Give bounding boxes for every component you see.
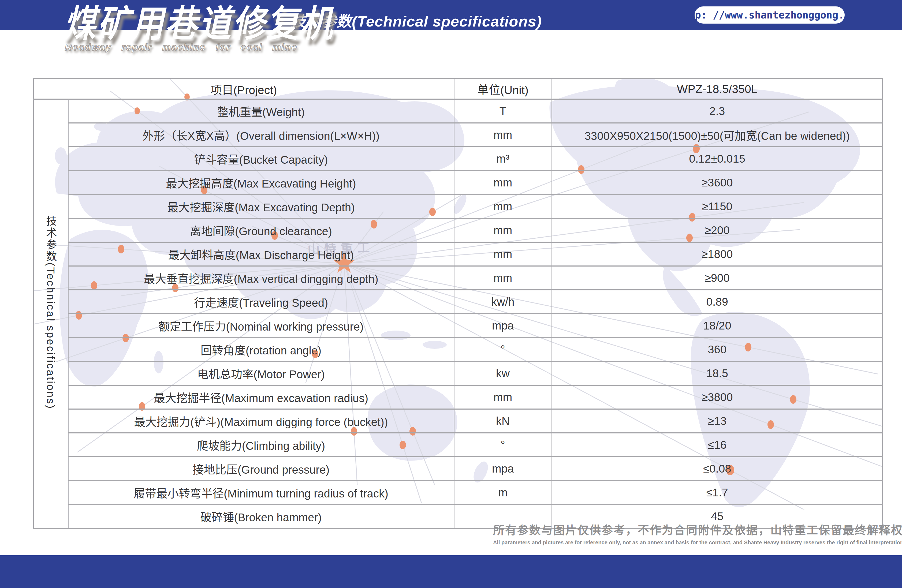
- spec-unit: kN: [454, 409, 552, 433]
- table-row: 最大垂直挖掘深度(Max vertical dingging depth) mm…: [33, 266, 883, 290]
- spec-value: 360: [552, 338, 883, 361]
- spec-item: 最大挖掘高度(Max Excavating Height): [68, 170, 454, 194]
- spec-value: ≥1800: [552, 242, 883, 266]
- table-row: 铲斗容量(Bucket Capacity) m³ 0.12±0.015: [33, 147, 883, 170]
- spec-unit: kw: [454, 361, 552, 385]
- spec-item: 回转角度(rotation angle): [68, 338, 454, 361]
- spec-item: 履带最小转弯半径(Minimum turning radius of track…: [68, 480, 454, 504]
- col-header-project: 项目(Project): [33, 79, 454, 99]
- spec-unit: mm: [454, 218, 552, 242]
- spec-value: ≥3800: [552, 385, 883, 409]
- spec-unit: mpa: [454, 314, 552, 338]
- spec-value: ≥3600: [552, 170, 883, 194]
- spec-item: 外形（长X宽X高）(Overall dimension(L×W×H)): [68, 123, 454, 147]
- spec-value: 18/20: [552, 314, 883, 338]
- spec-value: 0.12±0.015: [552, 147, 883, 170]
- spec-value: ≥900: [552, 266, 883, 290]
- spec-item: 接地比压(Ground pressure): [68, 457, 454, 480]
- spec-item: 行走速度(Traveling Speed): [68, 290, 454, 314]
- spec-unit: mm: [454, 170, 552, 194]
- spec-unit: m: [454, 480, 552, 504]
- spec-value: ≥200: [552, 218, 883, 242]
- spec-value: 0.89: [552, 290, 883, 314]
- side-header-cell: 技术参数(Technical specifications): [33, 99, 68, 528]
- disclaimer-english: All parameters and pictures are for refe…: [493, 540, 860, 546]
- spec-value: ≥1150: [552, 194, 883, 218]
- spec-item: 最大卸料高度(Max Discharge Height): [68, 242, 454, 266]
- spec-unit: °: [454, 433, 552, 457]
- spec-unit: °: [454, 338, 552, 361]
- table-row: 履带最小转弯半径(Minimum turning radius of track…: [33, 480, 883, 504]
- table-row: 最大卸料高度(Max Discharge Height) mm ≥1800: [33, 242, 883, 266]
- spec-unit: mm: [454, 194, 552, 218]
- spec-value: ≤0.08: [552, 457, 883, 480]
- table-row: 最大挖掘深度(Max Excavating Depth) mm ≥1150: [33, 194, 883, 218]
- website-url-text: Http: //www.shantezhonggong.com: [677, 9, 862, 21]
- table-row: 爬坡能力(Climbing ability) ° ≤16: [33, 433, 883, 457]
- spec-item: 整机重量(Weight): [68, 99, 454, 123]
- table-row: 最大挖掘半径(Maximum excavation radius) mm ≥38…: [33, 385, 883, 409]
- spec-unit: mm: [454, 266, 552, 290]
- spec-item: 爬坡能力(Climbing ability): [68, 433, 454, 457]
- table-row: 额定工作压力(Nominal working pressure) mpa 18/…: [33, 314, 883, 338]
- disclaimer-chinese: 所有参数与图片仅供参考，不作为合同附件及依据，山特重工保留最终解释权。: [493, 521, 860, 537]
- spec-value: ≤1.7: [552, 480, 883, 504]
- spec-unit: mpa: [454, 457, 552, 480]
- brand-logo-title: 煤矿用巷道修复机: [64, 5, 334, 42]
- spec-item: 电机总功率(Motor Power): [68, 361, 454, 385]
- spec-value: 3300X950X2150(1500)±50(可加宽(Can be widene…: [552, 123, 883, 147]
- table-row: 技术参数(Technical specifications) 整机重量(Weig…: [33, 99, 883, 123]
- brand-logo: 煤矿用巷道修复机 Roadway repair machine for coal…: [64, 5, 334, 53]
- spec-item: 铲斗容量(Bucket Capacity): [68, 147, 454, 170]
- spec-item: 最大挖掘半径(Maximum excavation radius): [68, 385, 454, 409]
- spec-unit: kw/h: [454, 290, 552, 314]
- col-header-unit: 单位(Unit): [454, 79, 552, 99]
- website-link[interactable]: Http: //www.shantezhonggong.com: [695, 6, 845, 23]
- bottom-band: [0, 555, 902, 588]
- table-row: 接地比压(Ground pressure) mpa ≤0.08: [33, 457, 883, 480]
- spec-table: 项目(Project) 单位(Unit) WPZ-18.5/350L 技术参数(…: [33, 78, 883, 529]
- spec-value: ≤16: [552, 433, 883, 457]
- table-row: 最大挖掘高度(Max Excavating Height) mm ≥3600: [33, 170, 883, 194]
- table-row: 电机总功率(Motor Power) kw 18.5: [33, 361, 883, 385]
- table-header-row: 项目(Project) 单位(Unit) WPZ-18.5/350L: [33, 79, 883, 99]
- spec-item: 最大挖掘深度(Max Excavating Depth): [68, 194, 454, 218]
- page: 煤矿用巷道修复机 Roadway repair machine for coal…: [0, 0, 902, 588]
- table-row: 行走速度(Traveling Speed) kw/h 0.89: [33, 290, 883, 314]
- spec-value: 18.5: [552, 361, 883, 385]
- disclaimer: 所有参数与图片仅供参考，不作为合同附件及依据，山特重工保留最终解释权。 All …: [493, 521, 860, 546]
- spec-unit: mm: [454, 385, 552, 409]
- spec-value: ≥13: [552, 409, 883, 433]
- side-label: 技术参数(Technical specifications): [45, 215, 56, 410]
- spec-value: 2.3: [552, 99, 883, 123]
- spec-item: 最大垂直挖掘深度(Max vertical dingging depth): [68, 266, 454, 290]
- table-row: 离地间隙(Ground clearance) mm ≥200: [33, 218, 883, 242]
- spec-item: 破碎锤(Broken hammer): [68, 504, 454, 528]
- spec-unit: T: [454, 99, 552, 123]
- spec-unit: mm: [454, 123, 552, 147]
- spec-item: 最大挖掘力(铲斗)(Maximum digging force (bucket)…: [68, 409, 454, 433]
- table-row: 回转角度(rotation angle) ° 360: [33, 338, 883, 361]
- table-row: 最大挖掘力(铲斗)(Maximum digging force (bucket)…: [33, 409, 883, 433]
- spec-item: 离地间隙(Ground clearance): [68, 218, 454, 242]
- table-row: 外形（长X宽X高）(Overall dimension(L×W×H)) mm 3…: [33, 123, 883, 147]
- spec-unit: mm: [454, 242, 552, 266]
- spec-unit: m³: [454, 147, 552, 170]
- spec-item: 额定工作压力(Nominal working pressure): [68, 314, 454, 338]
- col-header-model: WPZ-18.5/350L: [552, 79, 883, 99]
- spec-table-area: 山特重工 项目(Project) 单位(Unit) WPZ-18.5/350L …: [33, 78, 882, 510]
